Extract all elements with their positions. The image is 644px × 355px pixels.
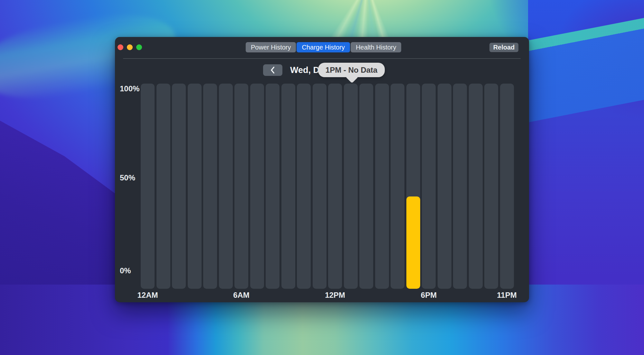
x-tick-label: 12PM bbox=[325, 291, 345, 299]
bar-track-6PM[interactable] bbox=[422, 84, 436, 289]
bar-track-list bbox=[141, 84, 514, 289]
bar-track-2PM[interactable] bbox=[359, 84, 373, 289]
x-tick-label: 6AM bbox=[233, 291, 250, 299]
bar-track-11PM[interactable] bbox=[500, 84, 514, 289]
y-tick-label: 50% bbox=[120, 173, 135, 182]
reload-button[interactable]: Reload bbox=[489, 43, 518, 52]
bar-track-5AM[interactable] bbox=[219, 84, 233, 289]
bar-track-3PM[interactable] bbox=[375, 84, 389, 289]
bar-track-11AM[interactable] bbox=[313, 84, 327, 289]
app-window: Power History Charge History Health Hist… bbox=[115, 37, 529, 302]
bar-track-6AM[interactable] bbox=[234, 84, 248, 289]
history-tab-bar: Power History Charge History Health Hist… bbox=[246, 42, 401, 52]
traffic-lights bbox=[118, 44, 142, 50]
x-axis-ticks: 12AM6AM12PM6PM11PM bbox=[141, 291, 514, 299]
minimize-button[interactable] bbox=[127, 44, 133, 50]
titlebar-divider bbox=[123, 58, 521, 59]
bar-track-4PM[interactable] bbox=[391, 84, 404, 289]
bar-track-9PM[interactable] bbox=[469, 84, 483, 289]
tab-charge-history[interactable]: Charge History bbox=[297, 42, 350, 52]
hover-tooltip: 1PM - No Data bbox=[318, 63, 385, 77]
zoom-button[interactable] bbox=[136, 44, 142, 50]
bar-track-10AM[interactable] bbox=[297, 84, 311, 289]
bar-track-10PM[interactable] bbox=[484, 84, 498, 289]
x-tick-label: 12AM bbox=[137, 291, 158, 299]
bar-track-5PM[interactable] bbox=[406, 84, 420, 289]
bar-track-12PM[interactable] bbox=[328, 84, 342, 289]
x-tick-label: 11PM bbox=[497, 291, 516, 299]
bar-track-4AM[interactable] bbox=[203, 84, 217, 289]
chevron-left-icon bbox=[269, 66, 276, 74]
y-tick-label: 100% bbox=[120, 84, 139, 93]
bar-track-8AM[interactable] bbox=[266, 84, 279, 289]
bar-track-2AM[interactable] bbox=[172, 84, 186, 289]
tooltip-text: 1PM - No Data bbox=[326, 66, 377, 75]
bar-track-3AM[interactable] bbox=[188, 84, 202, 289]
close-button[interactable] bbox=[118, 44, 123, 50]
bar-track-7PM[interactable] bbox=[438, 84, 451, 289]
previous-day-button[interactable] bbox=[263, 64, 282, 76]
x-tick-label: 6PM bbox=[421, 291, 437, 299]
bar-track-1AM[interactable] bbox=[156, 84, 170, 289]
tab-health-history[interactable]: Health History bbox=[351, 42, 402, 52]
bar-track-8PM[interactable] bbox=[453, 84, 467, 289]
tab-power-history[interactable]: Power History bbox=[246, 42, 296, 52]
bar-track-12AM[interactable] bbox=[141, 84, 155, 289]
bar-track-9AM[interactable] bbox=[281, 84, 295, 289]
bar-track-1PM[interactable] bbox=[344, 84, 358, 289]
bar-track-7AM[interactable] bbox=[250, 84, 264, 289]
charge-bar-5PM[interactable] bbox=[406, 196, 420, 289]
y-tick-label: 0% bbox=[120, 266, 131, 275]
